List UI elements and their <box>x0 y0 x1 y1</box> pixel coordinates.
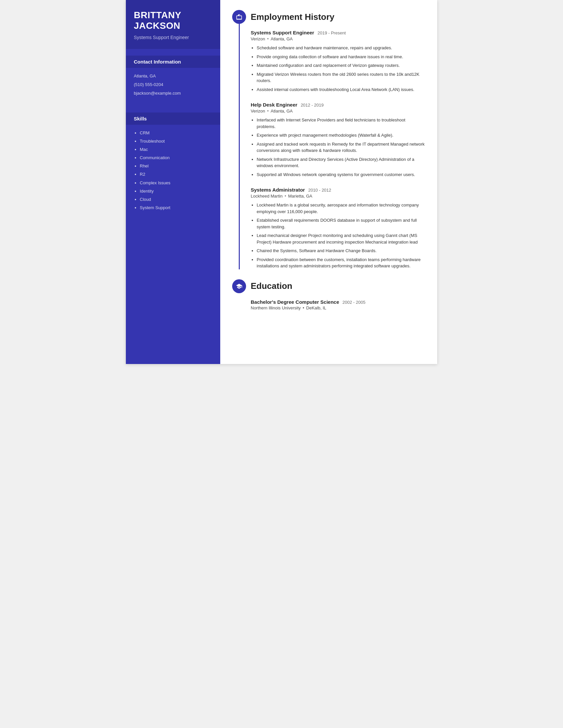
jobs-container: Systems Support Engineer2019 - PresentVe… <box>232 30 425 269</box>
bullet-item: Lead mechanical designer Project monitor… <box>257 232 425 245</box>
bullet-item: Experience with project management metho… <box>257 132 425 139</box>
bullet-item: Provided coordination between the custom… <box>257 256 425 269</box>
skill-item: Mac <box>140 147 212 153</box>
dot-separator: • <box>267 108 268 114</box>
skill-item: System Support <box>140 205 212 211</box>
bullet-item: Network Infrastructure and Directory Ser… <box>257 156 425 169</box>
bullet-item: Lockheed Martin is a global security, ae… <box>257 202 425 215</box>
employment-section: Employment History Systems Support Engin… <box>232 10 425 269</box>
job-block: Systems Administrator2010 - 2012Lockheed… <box>251 187 425 269</box>
skills-section: Skills CRMTroubleshootMacCommunicationRh… <box>126 106 220 220</box>
job-bullets: Lockheed Martin is a global security, ae… <box>251 202 425 269</box>
education-heading: Education <box>251 281 293 291</box>
graduation-svg <box>236 283 242 290</box>
dot-separator: • <box>303 305 305 310</box>
edu-school: Northern Illinois University <box>251 305 301 310</box>
bullet-item: Scheduled software and hardware maintena… <box>257 45 425 51</box>
edu-degree: Bachelor's Degree Computer Science <box>251 299 339 305</box>
job-company-row: Verizon•Atlanta, GA <box>251 36 425 41</box>
sidebar-header: BRITTANY JACKSON Systems Support Enginee… <box>126 0 220 49</box>
job-dates: 2010 - 2012 <box>308 188 331 193</box>
job-title-row: Systems Administrator2010 - 2012 <box>251 187 425 193</box>
resume-container: BRITTANY JACKSON Systems Support Enginee… <box>126 0 437 364</box>
candidate-name: BRITTANY JACKSON <box>134 10 212 31</box>
edu-container: Bachelor's Degree Computer Science2002 -… <box>232 299 425 310</box>
skill-item: CRM <box>140 130 212 136</box>
skills-list: CRMTroubleshootMacCommunicationRhelR2Com… <box>134 130 212 211</box>
job-title: Help Desk Engineer <box>251 102 298 108</box>
timeline-line <box>239 24 240 269</box>
job-dates: 2019 - Present <box>318 30 346 35</box>
employment-title-row: Employment History <box>232 10 425 24</box>
job-company: Verizon <box>251 36 265 41</box>
bullet-item: Established overall requirements DOORS d… <box>257 217 425 230</box>
skill-item: Cloud <box>140 197 212 203</box>
skills-section-header: Skills <box>126 113 220 125</box>
job-location: Atlanta, GA <box>270 36 293 41</box>
job-block: Help Desk Engineer2012 - 2019Verizon•Atl… <box>251 102 425 178</box>
job-block: Systems Support Engineer2019 - PresentVe… <box>251 30 425 93</box>
job-company: Lockheed Martin <box>251 194 283 199</box>
edu-dates: 2002 - 2005 <box>343 300 365 305</box>
skill-item: Rhel <box>140 163 212 169</box>
contact-email: bjackson@example.com <box>134 90 212 96</box>
job-title-row: Systems Support Engineer2019 - Present <box>251 30 425 35</box>
skill-item: Identity <box>140 188 212 194</box>
job-bullets: Scheduled software and hardware maintena… <box>251 45 425 93</box>
skill-item: Troubleshoot <box>140 138 212 144</box>
main-content: Employment History Systems Support Engin… <box>220 0 437 364</box>
dot-separator: • <box>285 193 286 199</box>
education-title-row: Education <box>232 279 425 293</box>
job-company-row: Verizon•Atlanta, GA <box>251 108 425 114</box>
briefcase-icon <box>232 10 246 24</box>
edu-location: DeKalb, IL <box>306 305 327 310</box>
contact-section: Contact Information Atlanta, GA (510) 55… <box>126 49 220 106</box>
contact-city: Atlanta, GA <box>134 73 212 79</box>
skill-item: Complex Issues <box>140 180 212 186</box>
job-title: Systems Administrator <box>251 187 305 193</box>
bullet-item: Chaired the Systems, Software and Hardwa… <box>257 248 425 254</box>
contact-phone: (510) 555-0204 <box>134 82 212 88</box>
job-company: Verizon <box>251 109 265 114</box>
edu-block: Bachelor's Degree Computer Science2002 -… <box>251 299 425 310</box>
bullet-item: Supported all Windows network operating … <box>257 171 425 178</box>
job-company-row: Lockheed Martin•Marietta, GA <box>251 193 425 199</box>
job-title: Systems Support Engineer <box>251 30 314 35</box>
bullet-item: Assisted internal customers with trouble… <box>257 86 425 93</box>
bullet-item: Maintained configuration and card replac… <box>257 62 425 69</box>
dot-separator: • <box>267 36 268 41</box>
contact-section-header: Contact Information <box>126 56 220 68</box>
briefcase-svg <box>236 14 242 20</box>
sidebar: BRITTANY JACKSON Systems Support Enginee… <box>126 0 220 364</box>
edu-title-row: Bachelor's Degree Computer Science2002 -… <box>251 299 425 305</box>
graduation-icon <box>232 279 246 293</box>
job-dates: 2012 - 2019 <box>301 103 324 108</box>
bullet-item: Migrated Verizon Wireless routers from t… <box>257 71 425 84</box>
job-location: Marietta, GA <box>288 194 312 199</box>
bullet-item: Interfaced with Internet Service Provide… <box>257 117 425 130</box>
skill-item: R2 <box>140 171 212 177</box>
edu-school-row: Northern Illinois University•DeKalb, IL <box>251 305 425 310</box>
job-location: Atlanta, GA <box>270 109 293 114</box>
skill-item: Communication <box>140 155 212 161</box>
education-section: Education Bachelor's Degree Computer Sci… <box>232 279 425 310</box>
employment-heading: Employment History <box>251 12 335 22</box>
candidate-title: Systems Support Engineer <box>134 34 212 41</box>
bullet-item: Provide ongoing data collection of softw… <box>257 54 425 60</box>
job-bullets: Interfaced with Internet Service Provide… <box>251 117 425 178</box>
bullet-item: Assigned and tracked work requests in Re… <box>257 141 425 154</box>
job-title-row: Help Desk Engineer2012 - 2019 <box>251 102 425 108</box>
